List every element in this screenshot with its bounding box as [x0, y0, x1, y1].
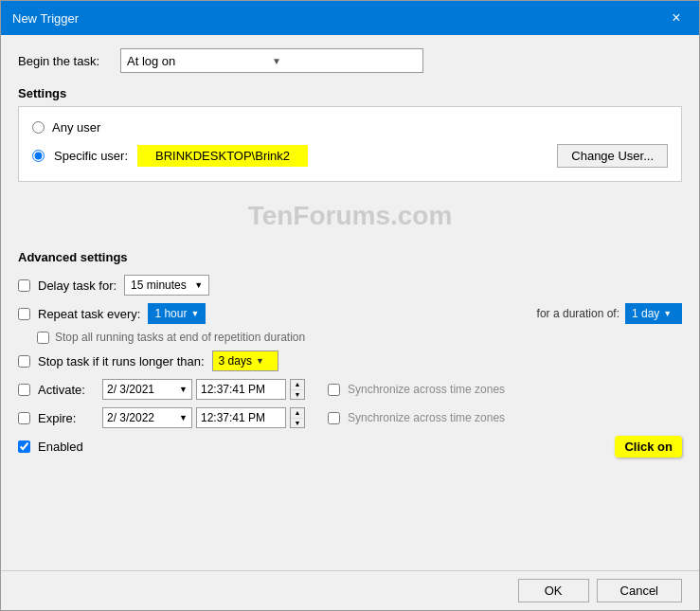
- dialog-footer: OK Cancel: [1, 570, 699, 610]
- stop-repetition-label: Stop all running tasks at end of repetit…: [55, 331, 305, 344]
- expire-label: Expire:: [38, 411, 95, 425]
- for-duration-select[interactable]: 1 day ▼: [625, 303, 682, 324]
- for-duration-label: for a duration of:: [537, 307, 619, 320]
- advanced-settings-section: Advanced settings Delay task for: 15 min…: [18, 250, 682, 458]
- delay-task-arrow: ▼: [194, 280, 203, 290]
- stop-repetition-checkbox[interactable]: [37, 332, 49, 344]
- activate-row: Activate: 2/ 3/2021 ▼ 12:37:41 PM ▲ ▼ S: [18, 378, 682, 401]
- watermark: TenForums.com: [18, 201, 682, 231]
- settings-box: Any user Specific user: BRINKDESKTOP\Bri…: [18, 106, 682, 182]
- dialog-content: Begin the task: At log on ▼ Settings Any…: [1, 35, 699, 570]
- activate-checkbox[interactable]: [18, 384, 30, 396]
- for-duration-group: for a duration of: 1 day ▼: [537, 303, 682, 324]
- delay-task-row: Delay task for: 15 minutes ▼: [18, 274, 682, 297]
- dialog-title: New Trigger: [12, 11, 79, 26]
- stop-task-arrow: ▼: [256, 356, 264, 366]
- expire-sync-checkbox[interactable]: [328, 412, 340, 424]
- spin-down-icon[interactable]: ▼: [291, 390, 304, 400]
- any-user-radio[interactable]: [32, 121, 45, 134]
- settings-label: Settings: [18, 86, 682, 100]
- repeat-task-checkbox[interactable]: [18, 308, 30, 320]
- expire-time-spin[interactable]: ▲ ▼: [290, 407, 305, 428]
- repeat-task-select[interactable]: 1 hour ▼: [148, 303, 206, 324]
- click-on-badge: Click on: [615, 436, 682, 458]
- expire-date-arrow: ▼: [179, 413, 188, 422]
- expire-time-value: 12:37:41 PM: [201, 411, 281, 424]
- any-user-label: Any user: [52, 120, 100, 135]
- stop-task-row: Stop task if it runs longer than: 3 days…: [18, 350, 682, 372]
- any-user-row: Any user: [32, 120, 668, 135]
- begin-task-row: Begin the task: At log on ▼: [18, 48, 682, 73]
- activate-time-value: 12:37:41 PM: [201, 383, 281, 396]
- repeat-task-value: 1 hour: [154, 307, 187, 320]
- delay-task-label: Delay task for:: [38, 279, 117, 293]
- specific-user-row: Specific user: BRINKDESKTOP\Brink2 Chang…: [32, 144, 668, 168]
- begin-task-label: Begin the task:: [18, 54, 113, 68]
- activate-datetime: 2/ 3/2021 ▼ 12:37:41 PM ▲ ▼: [102, 379, 305, 400]
- stop-task-value: 3 days: [219, 354, 252, 368]
- stop-repetition-row: Stop all running tasks at end of repetit…: [18, 331, 682, 344]
- expire-spin-up-icon[interactable]: ▲: [291, 408, 304, 419]
- change-user-button[interactable]: Change User...: [557, 144, 668, 168]
- expire-date-value: 2/ 3/2022: [107, 411, 154, 424]
- for-duration-arrow: ▼: [663, 309, 672, 318]
- activate-sync-checkbox[interactable]: [328, 384, 340, 396]
- user-display: BRINKDESKTOP\Brink2: [137, 145, 308, 167]
- cancel-button[interactable]: Cancel: [597, 579, 682, 602]
- spin-up-icon[interactable]: ▲: [291, 380, 304, 390]
- activate-date-input[interactable]: 2/ 3/2021 ▼: [102, 379, 192, 400]
- delay-task-value: 15 minutes: [131, 279, 187, 292]
- ok-button[interactable]: OK: [518, 579, 589, 602]
- expire-datetime: 2/ 3/2022 ▼ 12:37:41 PM ▲ ▼: [102, 407, 305, 428]
- new-trigger-dialog: New Trigger × Begin the task: At log on …: [0, 0, 700, 611]
- advanced-label: Advanced settings: [18, 250, 682, 264]
- activate-time-input[interactable]: 12:37:41 PM: [196, 379, 286, 400]
- expire-checkbox[interactable]: [18, 412, 30, 424]
- close-button[interactable]: ×: [665, 7, 688, 29]
- settings-section: Settings Any user Specific user: BRINKDE…: [18, 86, 682, 182]
- stop-task-label: Stop task if it runs longer than:: [38, 354, 205, 368]
- repeat-task-label: Repeat task every:: [38, 307, 140, 321]
- activate-sync-label: Synchronize across time zones: [348, 383, 505, 396]
- begin-task-value: At log on: [127, 54, 272, 68]
- enabled-label: Enabled: [38, 440, 83, 454]
- specific-user-label: Specific user:: [54, 149, 128, 163]
- footer-buttons: OK Cancel: [518, 579, 682, 602]
- stop-task-checkbox[interactable]: [18, 355, 30, 368]
- stop-task-select[interactable]: 3 days ▼: [212, 350, 278, 371]
- for-duration-value: 1 day: [632, 307, 659, 320]
- repeat-task-arrow: ▼: [190, 309, 199, 318]
- activate-time-spin[interactable]: ▲ ▼: [290, 379, 305, 400]
- enabled-row: Enabled Click on: [18, 435, 682, 458]
- expire-row: Expire: 2/ 3/2022 ▼ 12:37:41 PM ▲ ▼ Syn: [18, 406, 682, 429]
- begin-task-select[interactable]: At log on ▼: [120, 48, 423, 73]
- specific-user-radio[interactable]: [32, 150, 45, 162]
- expire-time-input[interactable]: 12:37:41 PM: [196, 407, 286, 428]
- begin-task-arrow: ▼: [272, 56, 417, 66]
- expire-spin-down-icon[interactable]: ▼: [291, 419, 304, 428]
- delay-task-select[interactable]: 15 minutes ▼: [124, 275, 209, 296]
- expire-date-input[interactable]: 2/ 3/2022 ▼: [102, 407, 192, 428]
- activate-date-arrow: ▼: [179, 385, 188, 394]
- enabled-checkbox[interactable]: [18, 440, 30, 453]
- repeat-task-row: Repeat task every: 1 hour ▼ for a durati…: [18, 302, 682, 325]
- delay-task-checkbox[interactable]: [18, 279, 30, 292]
- title-bar: New Trigger ×: [1, 1, 699, 35]
- expire-sync-label: Synchronize across time zones: [348, 411, 505, 424]
- activate-date-value: 2/ 3/2021: [107, 383, 154, 396]
- activate-label: Activate:: [38, 383, 95, 397]
